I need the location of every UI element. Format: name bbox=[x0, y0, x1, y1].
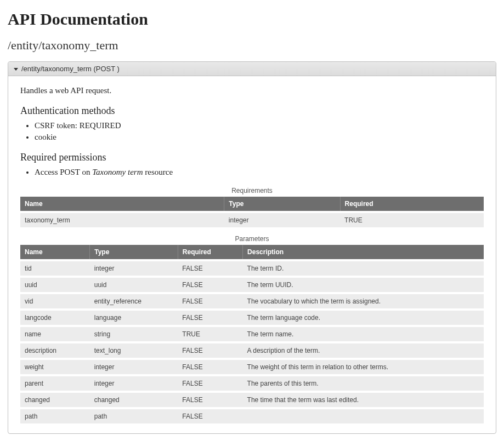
cell-name: description bbox=[20, 342, 90, 359]
requirements-table: Name Type Required taxonomy_termintegerT… bbox=[20, 197, 484, 227]
cell-type: path bbox=[90, 408, 178, 423]
cell-required: FALSE bbox=[178, 359, 242, 375]
endpoint-path: /entity/taxonomy_term bbox=[8, 38, 496, 53]
col-required: Required bbox=[340, 197, 484, 212]
intro-text: Handles a web API request. bbox=[20, 86, 484, 95]
perms-list: Access POST on Taxonomy term resource bbox=[20, 168, 484, 177]
table-row: changedchangedFALSEThe time that the ter… bbox=[20, 392, 484, 408]
cell-type: uuid bbox=[90, 277, 178, 293]
cell-required: FALSE bbox=[178, 310, 242, 326]
cell-description: The weight of this term in relation to o… bbox=[243, 359, 484, 375]
table-row: langcodelanguageFALSEThe term language c… bbox=[20, 310, 484, 326]
cell-name: vid bbox=[20, 293, 90, 310]
table-header-row: Name Type Required Description bbox=[20, 245, 484, 260]
cell-name: changed bbox=[20, 392, 90, 408]
panel-header-text: /entity/taxonomy_term (POST ) bbox=[21, 65, 120, 73]
table-row: parentintegerFALSEThe parents of this te… bbox=[20, 375, 484, 392]
cell-type: integer bbox=[224, 212, 340, 227]
cell-description: The term name. bbox=[243, 326, 484, 342]
endpoint-panel: /entity/taxonomy_term (POST ) Handles a … bbox=[8, 61, 496, 434]
cell-description: The vocabulary to which the term is assi… bbox=[243, 293, 484, 310]
col-type: Type bbox=[90, 245, 178, 260]
cell-type: integer bbox=[90, 359, 178, 375]
perms-heading: Required permissions bbox=[20, 152, 484, 163]
cell-type: changed bbox=[90, 392, 178, 408]
table-header-row: Name Type Required bbox=[20, 197, 484, 212]
cell-description: The term UUID. bbox=[243, 277, 484, 293]
table-row: descriptiontext_longFALSEA description o… bbox=[20, 342, 484, 359]
cell-name: tid bbox=[20, 260, 90, 277]
cell-type: string bbox=[90, 326, 178, 342]
cell-required: FALSE bbox=[178, 392, 242, 408]
page-title: API Documentation bbox=[8, 10, 496, 28]
parameters-table: Name Type Required Description tidintege… bbox=[20, 245, 484, 423]
chevron-down-icon bbox=[14, 68, 18, 71]
cell-required: FALSE bbox=[178, 277, 242, 293]
list-item: Access POST on Taxonomy term resource bbox=[35, 168, 484, 177]
cell-name: parent bbox=[20, 375, 90, 392]
cell-required: FALSE bbox=[178, 408, 242, 423]
cell-name: name bbox=[20, 326, 90, 342]
list-item: CSRF token: REQUIRED bbox=[35, 121, 484, 130]
cell-required: FALSE bbox=[178, 293, 242, 310]
col-required: Required bbox=[178, 245, 242, 260]
auth-heading: Authentication methods bbox=[20, 105, 484, 117]
cell-type: text_long bbox=[90, 342, 178, 359]
requirements-caption: Requirements bbox=[20, 187, 484, 194]
cell-required: TRUE bbox=[178, 326, 242, 342]
cell-name: langcode bbox=[20, 310, 90, 326]
cell-name: uuid bbox=[20, 277, 90, 293]
panel-body: Handles a web API request. Authenticatio… bbox=[8, 76, 496, 433]
cell-name: weight bbox=[20, 359, 90, 375]
table-row: uuiduuidFALSEThe term UUID. bbox=[20, 277, 484, 293]
cell-description: A description of the term. bbox=[243, 342, 484, 359]
panel-header[interactable]: /entity/taxonomy_term (POST ) bbox=[8, 62, 496, 76]
cell-required: FALSE bbox=[178, 375, 242, 392]
col-type: Type bbox=[224, 197, 340, 212]
table-row: taxonomy_termintegerTRUE bbox=[20, 212, 484, 227]
col-name: Name bbox=[20, 197, 224, 212]
cell-name: path bbox=[20, 408, 90, 423]
table-row: pathpathFALSE bbox=[20, 408, 484, 423]
table-row: namestringTRUEThe term name. bbox=[20, 326, 484, 342]
list-item: cookie bbox=[35, 133, 484, 142]
table-row: videntity_referenceFALSEThe vocabulary t… bbox=[20, 293, 484, 310]
cell-description: The time that the term was last edited. bbox=[243, 392, 484, 408]
col-name: Name bbox=[20, 245, 90, 260]
cell-description: The parents of this term. bbox=[243, 375, 484, 392]
cell-description bbox=[243, 408, 484, 423]
cell-description: The term ID. bbox=[243, 260, 484, 277]
cell-type: entity_reference bbox=[90, 293, 178, 310]
table-row: weightintegerFALSEThe weight of this ter… bbox=[20, 359, 484, 375]
cell-required: FALSE bbox=[178, 260, 242, 277]
cell-required: FALSE bbox=[178, 342, 242, 359]
auth-list: CSRF token: REQUIRED cookie bbox=[20, 121, 484, 142]
cell-description: The term language code. bbox=[243, 310, 484, 326]
col-description: Description bbox=[243, 245, 484, 260]
cell-type: integer bbox=[90, 375, 178, 392]
cell-name: taxonomy_term bbox=[20, 212, 224, 227]
cell-type: integer bbox=[90, 260, 178, 277]
cell-required: TRUE bbox=[340, 212, 484, 227]
table-row: tidintegerFALSEThe term ID. bbox=[20, 260, 484, 277]
parameters-caption: Parameters bbox=[20, 235, 484, 243]
cell-type: language bbox=[90, 310, 178, 326]
